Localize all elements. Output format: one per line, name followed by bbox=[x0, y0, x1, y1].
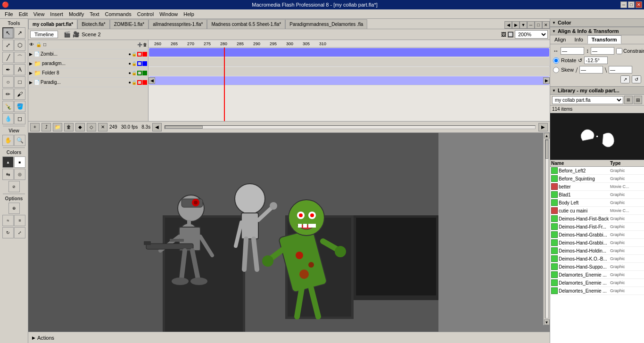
menu-file[interactable]: File bbox=[2, 10, 16, 18]
tab-close-doc[interactable]: ✕ bbox=[542, 21, 550, 29]
library-new-symbol-btn[interactable]: ⊞ bbox=[624, 96, 633, 104]
zoom-select[interactable]: 200% 100% 50% bbox=[515, 30, 548, 39]
default-colors[interactable]: ◎ bbox=[14, 169, 25, 180]
smooth-option[interactable]: ≈ bbox=[2, 215, 14, 226]
tab-scroll-left[interactable]: ◀ bbox=[504, 21, 512, 29]
no-color[interactable]: ⊘ bbox=[8, 181, 20, 192]
eyedropper-tool[interactable]: 💧 bbox=[2, 113, 14, 124]
add-folder-btn[interactable]: 📁 bbox=[53, 123, 62, 131]
tab-menu[interactable]: ▼ bbox=[520, 21, 527, 29]
zoom-tool[interactable]: 🔍 bbox=[14, 135, 25, 146]
library-options-btn[interactable]: ▤ bbox=[634, 96, 642, 104]
frame-span-paradig[interactable] bbox=[149, 76, 549, 85]
color-panel-header[interactable]: ▼ Color bbox=[550, 19, 644, 27]
stroke-color[interactable]: ▲ bbox=[2, 156, 14, 168]
constrain-checkbox[interactable] bbox=[616, 48, 622, 54]
lib-item-better[interactable]: better Movie C... bbox=[550, 183, 644, 191]
library-file-select[interactable]: my collab part.fla bbox=[552, 96, 623, 104]
tab-restore-doc[interactable]: □ bbox=[535, 21, 542, 29]
lib-item-body-left[interactable]: Body Left Graphic bbox=[550, 199, 644, 207]
rotate-option[interactable]: ↻ bbox=[2, 227, 14, 238]
menu-help[interactable]: Help bbox=[181, 10, 197, 18]
lib-item-before-squinting[interactable]: Before_Squinting Graphic bbox=[550, 175, 644, 183]
skew-radio[interactable] bbox=[553, 67, 559, 73]
doc-tab-zombie[interactable]: ZOMBIE-1.fla* bbox=[110, 19, 149, 29]
straighten-option[interactable]: ≡ bbox=[14, 215, 25, 226]
lock-zombi[interactable]: 🔒 bbox=[132, 52, 137, 57]
lib-item-deimos-holdin[interactable]: Deimos-Hand-Holdin... Graphic bbox=[550, 247, 644, 255]
menu-text[interactable]: Text bbox=[87, 10, 102, 18]
lib-item-deimos-fist-fr[interactable]: Deimos-Hand-Fist-Fr... Graphic bbox=[550, 223, 644, 231]
snap-option[interactable]: ⊕ bbox=[8, 203, 20, 214]
insert-keyframe-btn[interactable]: ◆ bbox=[75, 123, 85, 131]
skew-h-input[interactable] bbox=[579, 66, 603, 74]
menu-edit[interactable]: Edit bbox=[16, 10, 31, 18]
frame-span-zombi[interactable] bbox=[149, 48, 549, 57]
add-layer-icon[interactable]: ➕ bbox=[137, 42, 142, 47]
timeline-scrollbar[interactable] bbox=[165, 125, 536, 129]
lock-paradigm[interactable]: 🔒 bbox=[132, 61, 137, 66]
lock-paradig[interactable]: 🔒 bbox=[132, 80, 137, 85]
color-folder8[interactable] bbox=[142, 71, 147, 75]
lib-item-deimos-ko[interactable]: Deimos-Hand-K.O.-B... Graphic bbox=[550, 255, 644, 263]
fill-color[interactable]: ■ bbox=[14, 156, 25, 168]
insert-blank-kf-btn[interactable]: ◇ bbox=[87, 123, 96, 131]
doc-tab-mycollab[interactable]: my collab part.fla* bbox=[28, 19, 77, 29]
delete-layer-btn[interactable]: 🗑 bbox=[64, 123, 74, 131]
eye-zombi[interactable]: ● bbox=[129, 52, 131, 57]
lib-item-cutie-cu-maini[interactable]: cutie cu maini Movie C... bbox=[550, 207, 644, 215]
eye-paradig[interactable]: ● bbox=[129, 80, 131, 85]
outline-paradigm[interactable] bbox=[137, 61, 142, 66]
color-paradigm[interactable] bbox=[142, 61, 147, 66]
vscroll-down-btn[interactable]: ▼ bbox=[544, 319, 550, 325]
eye-paradigm[interactable]: ● bbox=[129, 61, 131, 66]
paint-bucket-tool[interactable]: 🪣 bbox=[14, 101, 25, 112]
menu-modify[interactable]: Modify bbox=[66, 10, 87, 18]
frames-scroll-left[interactable]: ◀ bbox=[149, 77, 155, 84]
free-transform-tool[interactable]: ⤢ bbox=[2, 40, 14, 51]
maximize-button[interactable]: □ bbox=[628, 1, 635, 8]
brush-tool[interactable]: 🖌 bbox=[14, 89, 25, 100]
vscroll-up-btn[interactable]: ▲ bbox=[544, 133, 550, 139]
scale-option[interactable]: ⤢ bbox=[14, 227, 25, 238]
layer-paradigm-folder[interactable]: ▶ 📁 paradigm... ● 🔒 bbox=[28, 59, 148, 68]
lib-item-delamortes-enemie-1[interactable]: Delamortes_Enemie ... Graphic bbox=[550, 271, 644, 279]
timeline-tab[interactable]: Timeline bbox=[30, 31, 58, 38]
menu-commands[interactable]: Commands bbox=[102, 10, 134, 18]
text-tool[interactable]: A bbox=[14, 64, 25, 75]
ink-tool[interactable]: 🍾 bbox=[2, 101, 14, 112]
remove-frame-btn[interactable]: ✕ bbox=[98, 123, 107, 131]
timeline-scroll-left[interactable]: ◀ bbox=[152, 123, 162, 131]
frame-span-paradigm[interactable] bbox=[149, 57, 549, 66]
fill-transform-tool[interactable]: ⬡ bbox=[14, 40, 25, 51]
menu-insert[interactable]: Insert bbox=[47, 10, 66, 18]
lib-item-delamortes-enemie-3[interactable]: Delamortes_Enemie ... Graphic bbox=[550, 287, 644, 295]
outline-folder8[interactable] bbox=[137, 71, 142, 75]
info-tab[interactable]: Info bbox=[570, 35, 587, 44]
layer-expand-zombi[interactable]: ▶ bbox=[29, 52, 34, 57]
layer-zombi[interactable]: ▶ 📄 Zombi... ● 🔒 bbox=[28, 49, 148, 59]
layer-folder8[interactable]: ▶ 📁 Folder 8 ● 🔒 bbox=[28, 68, 148, 78]
rotate-radio[interactable] bbox=[553, 57, 559, 64]
stage[interactable]: WE ARE NOT PERFECT UNTIL YOU ARE bbox=[28, 133, 550, 332]
lib-item-blad1[interactable]: Blad1 Graphic bbox=[550, 191, 644, 199]
menu-view[interactable]: View bbox=[31, 10, 48, 18]
eraser-tool[interactable]: ◻ bbox=[14, 113, 25, 124]
lib-item-delamortes-enemie-2[interactable]: Delamortes_Enemie ... Graphic bbox=[550, 279, 644, 287]
tab-scroll-right[interactable]: ▶ bbox=[512, 21, 520, 29]
menu-window[interactable]: Window bbox=[157, 10, 181, 18]
add-motion-guide-btn[interactable]: ⤴ bbox=[41, 123, 51, 131]
frame-span-folder8[interactable] bbox=[149, 67, 549, 75]
stage-vscroll[interactable]: ▲ ▼ bbox=[543, 133, 550, 325]
hand-tool[interactable]: ✋ bbox=[2, 135, 14, 146]
tab-minimize-doc[interactable]: ─ bbox=[527, 21, 535, 29]
doc-tab-paradigm[interactable]: Paradigmmadness_Delamortes .fla bbox=[285, 19, 367, 29]
height-input[interactable] bbox=[591, 47, 614, 55]
outline-paradig[interactable] bbox=[137, 80, 142, 85]
skew-v-input[interactable] bbox=[609, 66, 632, 74]
delete-layer-icon[interactable]: 🗑 bbox=[143, 42, 147, 47]
layer-paradig[interactable]: ▶ 📄 Paradig... ● 🔒 bbox=[28, 78, 148, 87]
minimize-button[interactable]: ─ bbox=[620, 1, 627, 8]
frames-scroll-right[interactable]: ▶ bbox=[543, 77, 550, 84]
lasso-tool[interactable]: ⌒ bbox=[14, 52, 25, 63]
